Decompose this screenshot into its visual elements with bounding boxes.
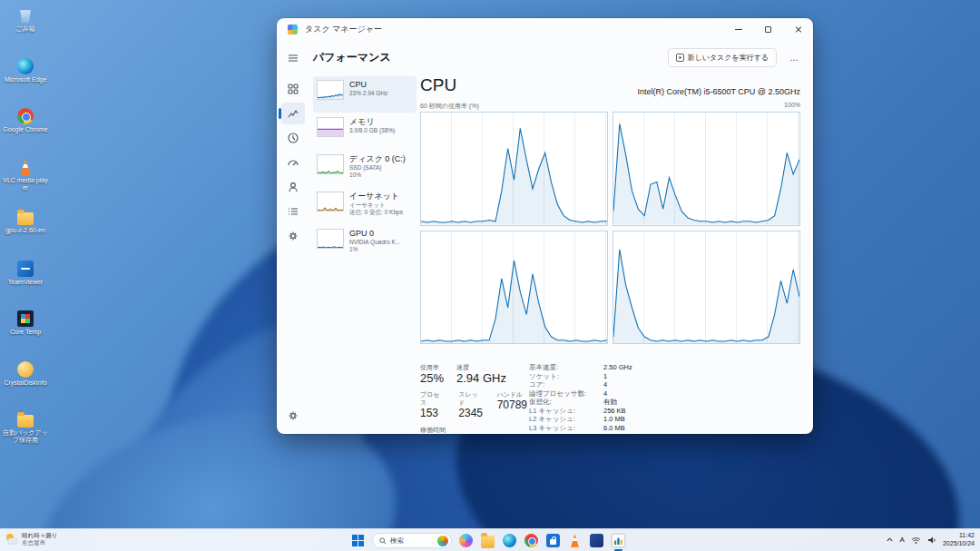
desktop-icon-label: gpu-z-2.60-en — [2, 227, 49, 234]
weather-widget[interactable]: 晴れ時々曇り 名古屋市 — [5, 532, 57, 546]
run-new-task-button[interactable]: 新しいタスクを実行する — [668, 48, 778, 67]
details-list-icon — [287, 205, 299, 218]
minimize-button[interactable] — [723, 18, 753, 40]
cpu-pane-title: CPU — [420, 74, 456, 96]
nav-item-performance[interactable] — [281, 103, 305, 124]
perf-item-gpu0[interactable]: GPU 0 NVIDIA Quadro K... 1% — [313, 225, 416, 261]
perf-item-disk0[interactable]: ディスク 0 (C:) SSD (SATA) 10% — [313, 151, 416, 187]
cpu-core-chart-1 — [612, 112, 800, 226]
perf-item-memory[interactable]: メモリ 3.0/8.0 GB (38%) — [313, 113, 416, 150]
spec-row: 論理プロセッサ数:4 — [529, 389, 692, 398]
run-task-icon — [676, 54, 684, 62]
taskbar-app-button[interactable] — [589, 533, 604, 548]
spec-row: 仮想化:有効 — [529, 398, 692, 407]
taskbar-task-manager-button[interactable] — [611, 533, 626, 548]
stat-threads: スレッド 2345 — [458, 390, 484, 420]
taskbar-chrome-button[interactable] — [524, 533, 539, 548]
microsoft-store-icon — [546, 534, 560, 547]
chrome-icon — [17, 108, 34, 124]
search-box[interactable]: 検索 — [372, 533, 452, 548]
desktop-icon-label: 自動バックアップ保存用 — [2, 429, 49, 444]
desktop-icon-coretemp[interactable]: Core Temp — [2, 310, 49, 336]
desktop-icon-chrome[interactable]: Google Chrome — [2, 108, 49, 133]
desktop-icon-vlc[interactable]: VLC media player — [2, 159, 49, 192]
desktop-icon-recycle-bin[interactable]: ごみ箱 — [2, 7, 49, 33]
ime-indicator[interactable]: A — [900, 536, 905, 544]
taskbar-edge-button[interactable] — [502, 533, 517, 548]
search-icon — [379, 537, 387, 545]
perf-item-detail: 3.0/8.0 GB (38%) — [349, 127, 395, 134]
spec-row: 基本速度:2.50 GHz — [529, 363, 692, 372]
cpu-core-chart-3 — [612, 231, 800, 345]
cpu-core-chart-0 — [420, 112, 608, 226]
windows-logo-icon — [352, 535, 364, 546]
network-icon[interactable] — [911, 536, 921, 545]
taskbar-center: 検索 — [350, 533, 626, 548]
desktop: ごみ箱 Microsoft Edge Google Chrome VLC med… — [0, 0, 980, 551]
edge-icon — [17, 58, 34, 74]
desktop-icon-label: Core Temp — [2, 329, 49, 336]
minimize-icon — [735, 29, 742, 30]
hamburger-icon — [287, 52, 299, 64]
task-manager-app-icon — [288, 25, 298, 34]
taskbar-store-button[interactable] — [545, 533, 561, 548]
memory-mini-chart — [317, 117, 344, 137]
desktop-icon-crystaldiskinfo[interactable]: CrystalDiskInfo — [2, 361, 49, 387]
system-tray: A 11:42 2025/10/24 — [886, 532, 975, 547]
nav-item-app-history[interactable] — [281, 127, 305, 149]
vlc-icon — [17, 159, 34, 175]
titlebar: タスク マネージャー — [277, 18, 813, 40]
desktop-icon-gpuz-folder[interactable]: gpu-z-2.60-en — [2, 210, 49, 234]
weather-icon — [5, 533, 18, 546]
spec-row: L1 キャッシュ:256 KB — [529, 407, 692, 416]
perf-item-cpu[interactable]: CPU 23% 2.94 GHz — [313, 76, 416, 113]
nav-item-users[interactable] — [281, 176, 305, 198]
stat-handles: ハンドル 70789 — [497, 390, 527, 420]
perf-item-detail2: 1% — [349, 246, 400, 253]
maximize-button[interactable] — [753, 18, 783, 40]
perf-item-name: CPU — [349, 80, 387, 90]
spec-row: ソケット:1 — [529, 372, 692, 381]
perf-item-detail: NVIDIA Quadro K... — [349, 239, 400, 246]
window-title: タスク マネージャー — [305, 24, 382, 35]
taskbar-copilot-button[interactable] — [458, 533, 474, 548]
spec-row: コア:4 — [529, 380, 692, 389]
taskbar-vlc-button[interactable] — [567, 533, 583, 548]
desktop-icon-label: ごみ箱 — [2, 25, 49, 33]
nav-item-startup-apps[interactable] — [281, 152, 305, 173]
taskbar-file-explorer-button[interactable] — [480, 533, 495, 548]
perf-item-detail: SSD (SATA) — [349, 164, 406, 172]
settings-button[interactable] — [281, 405, 305, 427]
nav-item-details[interactable] — [281, 201, 305, 222]
nav-menu-button[interactable] — [281, 47, 305, 69]
weather-line1: 晴れ時々曇り — [22, 532, 57, 539]
perf-item-name: GPU 0 — [349, 229, 400, 239]
tray-time: 11:42 — [943, 532, 975, 540]
nav-item-processes[interactable] — [281, 78, 305, 100]
start-button[interactable] — [350, 533, 366, 548]
volume-icon[interactable] — [927, 536, 936, 545]
cpu-specs: 基本速度:2.50 GHz ソケット:1 コア:4 論理プロセッサ数:4 仮想化… — [529, 363, 692, 434]
tray-chevron-up-icon[interactable] — [886, 536, 894, 544]
stat-processes: プロセス 153 — [420, 390, 446, 420]
cpu-detail-pane: CPU Intel(R) Core(TM) i5-6500T CPU @ 2.5… — [420, 73, 800, 344]
startup-gauge-icon — [287, 156, 299, 169]
nav-item-services[interactable] — [281, 225, 305, 247]
stat-uptime: 稼働時間 0:12:18:49 — [420, 426, 472, 434]
cpu-stats: 使用率 25% 速度 2.94 GHz プロセス 153 スレッド — [420, 363, 800, 434]
stat-speed: 速度 2.94 GHz — [456, 363, 506, 385]
desktop-icon-teamviewer[interactable]: TeamViewer — [2, 261, 49, 286]
crystaldiskinfo-icon — [17, 361, 34, 378]
blue-app-icon — [590, 534, 603, 547]
maximize-icon — [765, 26, 771, 33]
desktop-icon-backup-folder[interactable]: 自動バックアップ保存用 — [2, 412, 49, 444]
close-button[interactable] — [783, 18, 813, 40]
more-button[interactable]: … — [784, 53, 804, 63]
desktop-icon-edge[interactable]: Microsoft Edge — [2, 58, 49, 84]
vlc-icon — [568, 534, 582, 547]
run-task-label: 新しいタスクを実行する — [688, 53, 769, 63]
perf-item-detail: イーサネット — [349, 202, 403, 209]
perf-item-ethernet[interactable]: イーサネット イーサネット 送信: 0 受信: 0 Kbps — [313, 188, 416, 224]
clock[interactable]: 11:42 2025/10/24 — [943, 532, 975, 547]
search-highlight-icon — [437, 536, 448, 546]
